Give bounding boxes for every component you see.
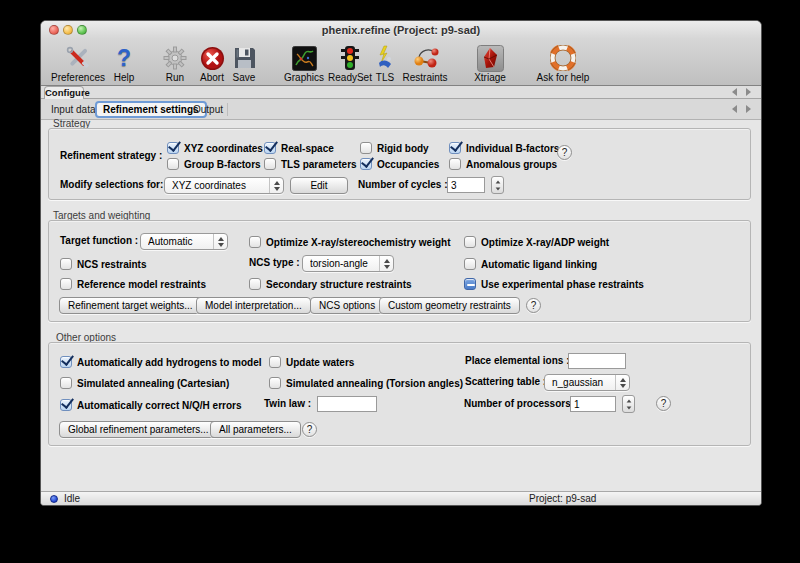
checkbox-indicator xyxy=(167,142,179,154)
toolbar-run-button[interactable]: Run xyxy=(157,41,193,83)
checkbox-xyz-coordinates[interactable]: XYZ coordinates xyxy=(167,140,263,156)
checkbox-indicator xyxy=(360,158,372,170)
checkbox-rigid-body[interactable]: Rigid body xyxy=(360,140,429,156)
target-function-dropdown[interactable]: Automatic xyxy=(140,233,228,250)
toolbar-label: TLS xyxy=(376,72,394,83)
checkbox-indicator xyxy=(249,236,261,248)
checkbox-reference-model-restraints[interactable]: Reference model restraints xyxy=(60,276,206,292)
checkbox-anomalous-groups[interactable]: Anomalous groups xyxy=(449,156,557,172)
scattering-table-dropdown[interactable]: n_gaussian xyxy=(544,374,630,391)
graphics-icon xyxy=(292,44,317,72)
scroll-right-icon[interactable] xyxy=(746,88,751,96)
number-of-cycles-label: Number of cycles : xyxy=(358,177,447,193)
checkbox-add-hydrogens[interactable]: Automatically add hydrogens to model xyxy=(60,354,261,370)
checkbox-secondary-structure-restraints[interactable]: Secondary structure restraints xyxy=(249,276,412,292)
toolbar-readyset-button[interactable]: ReadySet xyxy=(327,41,373,83)
modify-selections-dropdown[interactable]: XYZ coordinates xyxy=(164,177,284,194)
checkbox-indicator xyxy=(464,236,476,248)
checkbox-indicator xyxy=(60,278,72,290)
dropdown-arrows-icon xyxy=(269,178,283,193)
ncs-type-dropdown[interactable]: torsion-angle xyxy=(302,255,394,272)
toolbar-restraints-button[interactable]: Restraints xyxy=(399,41,451,83)
other-options-help-button[interactable]: ? xyxy=(302,422,317,437)
targets-groupbox: Target function : Automatic Optimize X-r… xyxy=(48,220,751,322)
tab-refinement-settings[interactable]: Refinement settings xyxy=(95,101,207,118)
life-ring-icon xyxy=(550,44,576,72)
window-title: phenix.refine (Project: p9-sad) xyxy=(41,24,761,36)
checkbox-real-space[interactable]: Real-space xyxy=(264,140,334,156)
toolbar-label: Preferences xyxy=(51,72,105,83)
dropdown-arrows-icon xyxy=(615,375,629,390)
cycles-stepper[interactable] xyxy=(491,176,504,194)
checkbox-individual-b-factors[interactable]: Individual B-factors xyxy=(449,140,559,156)
strategy-help-button[interactable]: ? xyxy=(557,145,572,160)
scroll-right-icon[interactable] xyxy=(746,105,751,113)
checkbox-indicator xyxy=(449,158,461,170)
processors-help-button[interactable]: ? xyxy=(656,396,671,411)
edit-button[interactable]: Edit xyxy=(290,177,348,194)
toolbar-label: Ask for help xyxy=(537,72,590,83)
checkbox-simulated-annealing-cartesian[interactable]: Simulated annealing (Cartesian) xyxy=(60,375,229,391)
checkbox-tls-parameters[interactable]: TLS parameters xyxy=(264,156,357,172)
ncs-options-button[interactable]: NCS options xyxy=(310,297,384,314)
toolbar-label: Help xyxy=(114,72,135,83)
project-label: Project: p9-sad xyxy=(529,493,596,504)
toolbar-ask-for-help-button[interactable]: Ask for help xyxy=(531,41,595,83)
toolbar-graphics-button[interactable]: Graphics xyxy=(281,41,327,83)
checkbox-group-b-factors[interactable]: Group B-factors xyxy=(167,156,261,172)
toolbar: Preferences ? Help xyxy=(41,39,761,86)
tab-scroll-arrows xyxy=(732,88,751,96)
tab-configure[interactable]: Configure xyxy=(44,86,84,99)
toolbar-label: Graphics xyxy=(284,72,324,83)
toolbar-tls-button[interactable]: TLS xyxy=(373,41,397,83)
model-interpretation-button[interactable]: Model interpretation... xyxy=(196,297,311,314)
global-refinement-parameters-button[interactable]: Global refinement parameters... xyxy=(59,421,218,438)
all-parameters-button[interactable]: All parameters... xyxy=(210,421,301,438)
checkbox-occupancies[interactable]: Occupancies xyxy=(360,156,439,172)
twin-law-field[interactable] xyxy=(317,396,377,412)
number-of-processors-label: Number of processors : xyxy=(464,396,577,412)
target-function-label: Target function : xyxy=(60,233,138,249)
checkbox-correct-nqh-errors[interactable]: Automatically correct N/Q/H errors xyxy=(60,397,242,413)
custom-geometry-restraints-button[interactable]: Custom geometry restraints xyxy=(379,297,520,314)
checkbox-simulated-annealing-torsion[interactable]: Simulated annealing (Torsion angles) xyxy=(269,375,463,391)
toolbar-save-button[interactable]: Save xyxy=(229,41,259,83)
restraints-icon xyxy=(411,44,439,72)
targets-help-button[interactable]: ? xyxy=(526,298,541,313)
processors-stepper[interactable] xyxy=(622,395,635,413)
checkbox-indicator xyxy=(269,356,281,368)
checkbox-optimize-xray-stereochemistry[interactable]: Optimize X-ray/stereochemistry weight xyxy=(249,234,451,250)
checkbox-use-experimental-phase-restraints[interactable]: Use experimental phase restraints xyxy=(464,276,644,292)
toolbar-preferences-button[interactable]: Preferences xyxy=(49,41,107,83)
dropdown-arrows-icon xyxy=(379,256,393,271)
help-icon: ? xyxy=(117,44,131,72)
modify-selections-label: Modify selections for: xyxy=(60,177,163,193)
checkbox-indicator xyxy=(60,399,72,411)
checkbox-indicator xyxy=(60,258,72,270)
tools-icon xyxy=(65,44,91,72)
status-bar: Idle Project: p9-sad xyxy=(41,491,761,505)
toolbar-abort-button[interactable]: Abort xyxy=(195,41,229,83)
number-of-cycles-field[interactable] xyxy=(447,177,485,193)
checkbox-optimize-xray-adp[interactable]: Optimize X-ray/ADP weight xyxy=(464,234,609,250)
toolbar-xtriage-button[interactable]: Xtriage xyxy=(467,41,513,83)
place-elemental-ions-field[interactable] xyxy=(568,353,626,369)
toolbar-help-button[interactable]: ? Help xyxy=(107,41,141,83)
refinement-target-weights-button[interactable]: Refinement target weights... xyxy=(59,297,202,314)
checkbox-indicator xyxy=(269,377,281,389)
checkbox-indicator xyxy=(264,158,276,170)
save-icon xyxy=(233,44,256,72)
toolbar-label: Abort xyxy=(200,72,224,83)
checkbox-indicator xyxy=(264,142,276,154)
checkbox-update-waters[interactable]: Update waters xyxy=(269,354,354,370)
abort-icon xyxy=(200,44,225,72)
tab-output[interactable]: Output xyxy=(193,103,223,117)
checkbox-automatic-ligand-linking[interactable]: Automatic ligand linking xyxy=(464,256,597,272)
checkbox-ncs-restraints[interactable]: NCS restraints xyxy=(60,256,146,272)
scroll-left-icon[interactable] xyxy=(732,105,737,113)
number-of-processors-field[interactable] xyxy=(570,396,616,412)
scroll-left-icon[interactable] xyxy=(732,88,737,96)
tab-input-data[interactable]: Input data xyxy=(51,103,95,117)
checkbox-indicator xyxy=(60,356,72,368)
run-gear-icon xyxy=(163,44,187,72)
